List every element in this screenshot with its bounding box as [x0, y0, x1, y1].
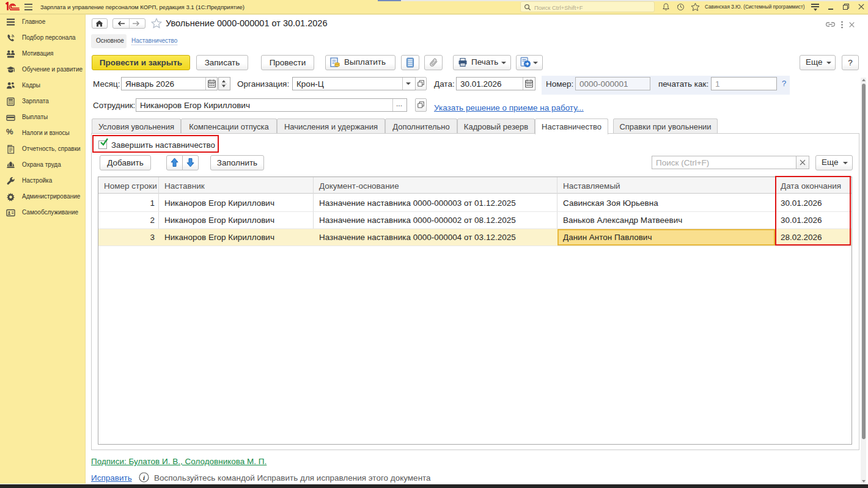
svg-text:i: i [143, 474, 145, 481]
